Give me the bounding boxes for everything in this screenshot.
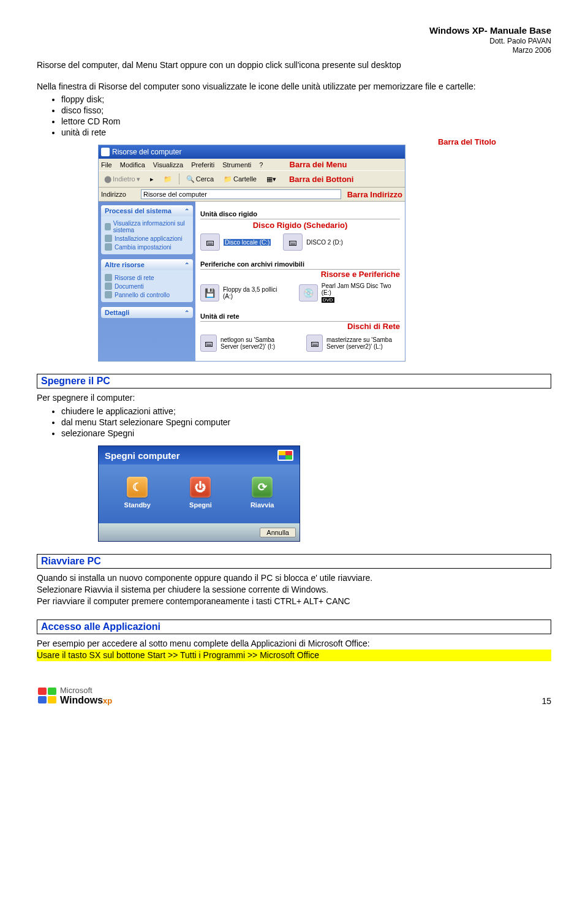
annotation-barra-bottoni: Barra dei Bottoni [289, 175, 353, 184]
annotation-periferiche: Risorse e Periferiche [321, 270, 400, 279]
list-item: lettore CD Rom [61, 116, 551, 126]
section-riavviare: Riavviare PC [37, 554, 551, 569]
annotation-disco-rigido: Disco Rigido (Schedario) [253, 221, 348, 230]
annotation-barra-titolo: Barra del Titolo [438, 137, 496, 146]
restart-icon: ⟳ [252, 477, 273, 498]
intro-p2: Nella finestra di Risorse del computer s… [37, 81, 551, 93]
sidebar-item[interactable]: Documenti [105, 282, 189, 290]
drive-dvd[interactable]: 💿Pearl Jam MSG Disc Two (E:)DVD [299, 282, 400, 303]
info-icon [105, 223, 111, 230]
shutdown-titlebar: Spegni computer [99, 446, 300, 464]
chevron-up-icon[interactable]: ⌃ [184, 309, 189, 316]
riavviare-p3: Per riavviare il computer premere contem… [37, 596, 551, 607]
accesso-p1: Per esempio per accedere al sotto menu c… [37, 638, 551, 650]
sidebar-panel-dettagli: Dettagli⌃ [101, 307, 193, 318]
windows-flag-icon [277, 450, 293, 461]
address-label: Indirizzo [101, 191, 126, 198]
menu-preferiti[interactable]: Preferiti [191, 161, 214, 169]
network-icon [105, 274, 112, 281]
sidebar: Processi del sistema⌃ Visualizza informa… [99, 202, 195, 361]
section-spegnere: Spegnere il PC [37, 374, 551, 388]
computer-icon [101, 148, 110, 156]
install-icon [105, 235, 112, 242]
up-button[interactable]: 📁 [160, 174, 175, 184]
power-icon: ⏻ [190, 477, 211, 498]
menu-visualizza[interactable]: Visualizza [153, 161, 183, 169]
chevron-up-icon[interactable]: ⌃ [184, 262, 189, 268]
screenshot-spegni: Spegni computer ☾Standby ⏻Spegni ⟳Riavvi… [98, 445, 300, 542]
annotation-barra-indirizzo: Barra Indirizzo [347, 190, 402, 199]
sidebar-panel-processi: Processi del sistema⌃ Visualizza informa… [101, 205, 193, 254]
drive-net-l[interactable]: 🖴masterizzare su 'Samba Server (server2)… [306, 335, 400, 352]
section-accesso: Accesso alle Applicazioni [37, 620, 551, 634]
computer-icon [130, 191, 137, 198]
riavviare-p2: Selezionare Riavvia il sistema per chiud… [37, 584, 551, 596]
windows-flag-icon [37, 686, 58, 705]
drive-d[interactable]: 🖴DISCO 2 (D:) [283, 233, 342, 251]
standby-icon: ☾ [127, 477, 148, 498]
network-drive-icon: 🖴 [200, 335, 217, 352]
toolbar: ⬤ Indietro ▾ ▸ 📁 🔍 Cerca 📁 Cartelle ▦▾ B… [99, 170, 405, 188]
sidebar-item[interactable]: Risorse di rete [105, 274, 189, 281]
list-item: dal menu Start selezionare Spegni comput… [61, 417, 551, 427]
annotation-rete: Dischi di Rete [347, 322, 400, 331]
standby-button[interactable]: ☾Standby [124, 477, 151, 509]
network-drive-icon: 🖴 [306, 335, 323, 352]
address-input[interactable] [141, 189, 341, 199]
title-bar[interactable]: Risorse del computer [99, 145, 405, 159]
cancel-button[interactable]: Annulla [260, 528, 296, 537]
views-button[interactable]: ▦▾ [263, 174, 279, 184]
sidebar-item[interactable]: Installazione applicazioni [105, 235, 189, 242]
screenshot-risorse: Barra del Titolo Risorse del computer Fi… [98, 145, 478, 362]
sidebar-item[interactable]: Visualizza informazioni sul sistema [105, 220, 189, 233]
riavviare-p1: Quando si installa un nuovo componente o… [37, 572, 551, 584]
riavvia-button[interactable]: ⟳Riavvia [251, 477, 274, 509]
settings-icon [105, 243, 112, 251]
intro-p1: Risorse del computer, dal Menu Start opp… [37, 59, 551, 71]
page-footer: MicrosoftWindowsxp 15 [37, 686, 551, 706]
menu-file[interactable]: File [101, 161, 112, 169]
menu-modifica[interactable]: Modifica [120, 161, 145, 169]
drive-net-i[interactable]: 🖴netlogon su 'Samba Server (server2)' (I… [200, 335, 294, 352]
group-hdd: Unità disco rigido [200, 205, 400, 219]
folders-button[interactable]: 📁 Cartelle [221, 174, 260, 184]
page-header: Windows XP- Manuale Base Dott. Paolo PAV… [37, 25, 551, 56]
windows-logo: MicrosoftWindowsxp [37, 686, 112, 706]
documents-icon [105, 282, 112, 290]
drive-floppy[interactable]: 💾Floppy da 3,5 pollici (A:) [200, 282, 287, 303]
menu-help[interactable]: ? [259, 161, 263, 169]
sidebar-item[interactable]: Pannello di controllo [105, 291, 189, 298]
header-author: Dott. Paolo PAVAN [37, 37, 551, 47]
list-item: chiudere le applicazioni attive; [61, 406, 551, 416]
window-title: Risorse del computer [112, 148, 181, 156]
annotation-barra-menu: Barra dei Menu [290, 160, 347, 169]
sidebar-panel-altre: Altre risorse⌃ Risorse di rete Documenti… [101, 259, 193, 302]
list-item: floppy disk; [61, 94, 551, 104]
accesso-highlight: Usare il tasto SX sul bottone Start >> T… [37, 650, 551, 661]
list-item: disco fisso; [61, 105, 551, 115]
spegnere-intro: Per spegnere il computer: [37, 392, 551, 404]
control-panel-icon [105, 291, 112, 298]
header-date: Marzo 2006 [37, 46, 551, 56]
sidebar-item[interactable]: Cambia impostazioni [105, 243, 189, 251]
dvd-icon: 💿 [299, 284, 318, 301]
menu-strumenti[interactable]: Strumenti [222, 161, 251, 169]
intro-list: floppy disk; disco fisso; lettore CD Rom… [61, 94, 551, 137]
page-number: 15 [541, 696, 551, 706]
drive-c[interactable]: 🖴Disco locale (C:) [200, 233, 271, 251]
group-periferiche: Periferiche con archivi rimovibili [200, 256, 400, 270]
chevron-up-icon[interactable]: ⌃ [184, 208, 189, 214]
main-pane: Unità disco rigido Disco Rigido (Schedar… [195, 202, 405, 361]
search-button[interactable]: 🔍 Cerca [183, 174, 217, 184]
forward-button[interactable]: ▸ [147, 174, 157, 184]
menu-bar[interactable]: File Modifica Visualizza Preferiti Strum… [99, 159, 405, 170]
group-rete: Unità di rete [200, 308, 400, 322]
header-title: Windows XP- Manuale Base [37, 25, 551, 37]
hdd-icon: 🖴 [283, 233, 303, 251]
list-item: unità di rete [61, 127, 551, 137]
address-bar: Indirizzo Barra Indirizzo [99, 188, 405, 202]
spegni-button[interactable]: ⏻Spegni [189, 477, 212, 509]
hdd-icon: 🖴 [200, 233, 220, 251]
back-button[interactable]: ⬤ Indietro ▾ [101, 174, 143, 184]
spegnere-list: chiudere le applicazioni attive; dal men… [61, 406, 551, 438]
